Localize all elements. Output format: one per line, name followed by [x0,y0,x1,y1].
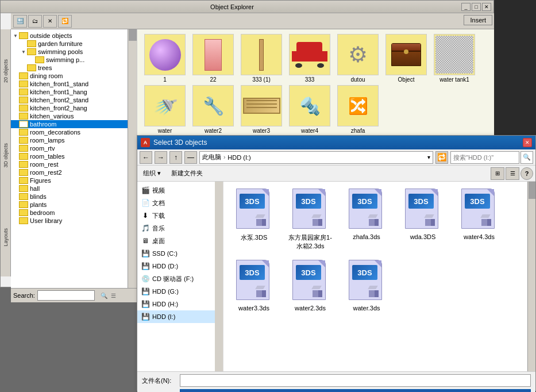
tree-item-trees[interactable]: trees [11,64,128,72]
up-button[interactable]: ↑ [169,151,182,164]
tab-layouts[interactable]: Layouts [2,227,10,248]
toolbar-btn-1[interactable]: 🔙 [13,15,27,28]
left-tabs: 20 objects 3D objects Layouts [1,29,11,276]
dialog-file-scrollbar[interactable] [527,182,535,371]
tree-item-kitchen_front2_hang[interactable]: kitchen_front2_hang [11,104,128,112]
filetype-option-0[interactable]: All supported types (*.aco;*.o2c;*.3... [180,390,530,392]
back-button[interactable]: ← [140,151,152,164]
tree-item-bathroom[interactable]: bathroom [11,120,128,128]
sidebar-item-videos[interactable]: 🎬视频 [137,184,223,197]
view-btn-1[interactable]: ⊞ [491,167,504,180]
thumbnail-dutou[interactable]: ⚙dutou [335,34,381,83]
tree-item-swimming_p[interactable]: swimming p... [11,56,128,64]
tree-scrollbar[interactable] [128,29,137,288]
sidebar-label-music: 音乐 [152,224,165,233]
sidebar-item-hdd_g[interactable]: 💾HDD (G:) [137,285,223,298]
thumbnail-Object[interactable]: Object [383,34,429,83]
tree-label-room_decorations: room_decorations [30,129,80,136]
file-item-water[interactable]: 3DSwater.3ds [341,258,392,314]
file-item-water4[interactable]: 3DSwater4.3ds [453,186,505,253]
thumbnail-water4[interactable]: 🔩water4 [287,85,333,134]
tree-item-plants[interactable]: plants [11,201,128,209]
tree-item-room_rtv[interactable]: room_rtv [11,144,128,152]
file-item-wda[interactable]: 3DSwda.3DS [397,186,449,253]
tree-panel: ▼outside objectsgarden furniture▼swimmin… [11,29,137,288]
thumbnail-333[interactable]: 333 [287,34,333,83]
tree-item-room_rest[interactable]: room_rest [11,160,128,168]
thumbnail-water3[interactable]: water3 [238,85,284,134]
new-folder-button[interactable]: 新建文件夹 [167,168,207,179]
tree-item-kitchen_various[interactable]: kitchen_various [11,112,128,120]
tree-item-swimming_pools[interactable]: ▼swimming pools [11,48,128,56]
tree-item-Figures[interactable]: Figures [11,176,128,185]
toolbar-btn-4[interactable]: 🔁 [58,15,72,28]
sidebar-item-docs[interactable]: 📄文档 [137,197,223,209]
thumbnail-water[interactable]: 🚿water [142,85,188,134]
sidebar-item-desktop[interactable]: 🖥桌面 [137,235,223,247]
organize-button[interactable]: 组织 ▾ [140,168,164,179]
tree-item-room_tables[interactable]: room_tables [11,152,128,160]
sidebar-item-cd_drive[interactable]: 💿CD 驱动器 (F:) [137,272,223,285]
filename-input[interactable] [180,374,531,387]
filetype-select-wrap: All supported types (*.aco;*.o2c;*.3...A… [180,389,531,392]
file-item-water2[interactable]: 3DSwater2.3ds [284,258,336,314]
sidebar-item-ssd_c[interactable]: 💾SSD (C:) [137,247,223,260]
dialog-sidebar-scrollbar[interactable] [215,182,223,371]
thumbnail-22[interactable]: 22 [190,34,236,83]
tree-item-bedroom[interactable]: bedroom [11,209,128,217]
sidebar-item-music[interactable]: 🎵音乐 [137,222,223,235]
tree-item-outside_objects[interactable]: ▼outside objects [11,32,128,40]
tree-item-kitchen_front1_stand[interactable]: kitchen_front1_stand [11,80,128,88]
sidebar-item-hdd_i[interactable]: 💾HDD (I:) [137,310,223,323]
dash-button[interactable]: — [184,151,197,164]
thumbnail-label-water3: water3 [253,128,270,134]
view-btn-2[interactable]: ☰ [506,167,519,180]
maximize-button[interactable]: □ [472,3,481,11]
search-button[interactable]: 🔍 [520,151,533,164]
thumbnail-water_tank1[interactable]: water tank1 [431,34,477,83]
tab-3dobjects[interactable]: 3D objects [2,142,10,169]
path-computer: 此电脑 [202,153,221,162]
forward-button[interactable]: → [155,151,167,164]
toolbar-btn-2[interactable]: 🗂 [28,15,42,28]
hdd_g-icon: 💾 [141,287,150,296]
sidebar-item-hdd_d[interactable]: 💾HDD (D:) [137,260,223,272]
tree-item-dining_room[interactable]: dining room [11,72,128,80]
dialog-close-button[interactable]: ✕ [523,138,532,147]
refresh-button[interactable]: 🔁 [435,151,448,164]
tree-item-blinds[interactable]: blinds [11,193,128,201]
thumbnail-zhafa[interactable]: 🔀zhafa [335,85,381,134]
tree-item-room_decorations[interactable]: room_decorations [11,128,128,136]
tab-20objects[interactable]: 20 objects [2,58,10,84]
titlebar-title: Object Explorer [3,3,461,10]
thumbnail-1[interactable]: 1 [142,34,188,83]
file-item-dongfang[interactable]: 3DS东方晨园家房1-水箱2.3ds [284,186,336,253]
help-button[interactable]: ? [520,167,533,180]
sidebar-item-downloads[interactable]: ⬇下载 [137,209,223,222]
minimize-button[interactable]: _ [461,3,471,11]
tree-item-kitchen_front1_hang[interactable]: kitchen_front1_hang [11,88,128,96]
insert-button[interactable]: Insert [464,15,492,25]
tree-item-user_library[interactable]: User library [11,217,128,225]
tree-item-room_rest2[interactable]: room_rest2 [11,168,128,176]
tree-item-hall[interactable]: hall [11,185,128,193]
music-icon: 🎵 [141,224,150,233]
thumbnail-333_1[interactable]: 333 (1) [238,34,284,83]
tree-content: ▼outside objectsgarden furniture▼swimmin… [11,29,137,288]
tree-item-room_lamps[interactable]: room_lamps [11,136,128,144]
file-item-zhafa[interactable]: 3DSzhafa.3ds [341,186,392,253]
organize-label: 组织 ▾ [143,169,161,178]
sidebar-item-hdd_h[interactable]: 💾HDD (H:) [137,298,223,310]
toolbar-btn-3[interactable]: ✕ [43,15,57,28]
close-button[interactable]: ✕ [482,3,491,11]
file-item-water3[interactable]: 3DSwater3.3ds [228,258,280,314]
thumbnail-water2[interactable]: 🔧water2 [190,85,236,134]
dialog-search-input[interactable] [450,151,519,164]
thumbnail-label-dutou: dutou [350,76,365,83]
tree-item-garden_furniture[interactable]: garden furniture [11,40,128,48]
tree-item-kitchen_front2_stand[interactable]: kitchen_front2_stand [11,96,128,104]
main-toolbar: 🔙 🗂 ✕ 🔁 Insert [11,13,495,29]
file-item-shuibeng[interactable]: 3DS水泵.3DS [228,186,280,253]
search-input[interactable] [37,290,95,301]
address-path[interactable]: 此电脑 › HDD (I:) ▾ [199,151,433,164]
